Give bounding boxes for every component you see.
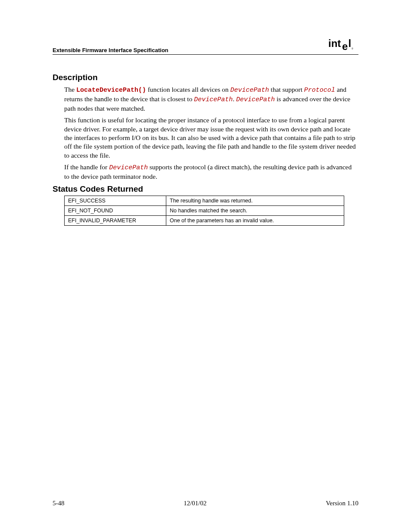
code-param: DevicePath [230, 87, 269, 94]
doc-title: Extensible Firmware Interface Specificat… [53, 47, 168, 53]
code-param: DevicePath [236, 96, 275, 103]
description-paragraph-1: The LocateDevicePath() function locates … [64, 85, 358, 113]
text-fragment: If the handle for [64, 163, 109, 171]
status-codes-table: EFI_SUCCESS The resulting handle was ret… [64, 196, 344, 226]
footer-version: Version 1.10 [326, 500, 358, 507]
table-row: EFI_NOT_FOUND No handles matched the sea… [65, 205, 344, 215]
svg-text:int: int [328, 37, 341, 49]
status-code-cell: EFI_NOT_FOUND [65, 205, 166, 215]
intel-logo-icon: int e l ® [328, 37, 358, 52]
status-desc-cell: No handles matched the search. [166, 205, 344, 215]
status-code-cell: EFI_INVALID_PARAMETER [65, 215, 166, 225]
status-desc-cell: One of the parameters has an invalid val… [166, 215, 344, 225]
status-code-cell: EFI_SUCCESS [65, 196, 166, 205]
svg-text:®: ® [352, 47, 353, 50]
intel-logo: int e l ® [328, 37, 358, 53]
text-fragment: The [64, 86, 76, 93]
page-footer: 5-48 12/01/02 Version 1.10 [53, 500, 358, 507]
svg-text:e: e [342, 40, 348, 52]
code-function: LocateDevicePath() [76, 87, 146, 94]
description-paragraph-2: This function is useful for locating the… [64, 116, 358, 160]
footer-page-number: 5-48 [53, 500, 65, 507]
description-paragraph-3: If the handle for DevicePath supports th… [64, 163, 358, 181]
page-container: Extensible Firmware Interface Specificat… [0, 0, 411, 226]
code-param: DevicePath [109, 164, 148, 171]
status-desc-cell: The resulting handle was returned. [166, 196, 344, 205]
code-param: DevicePath [194, 96, 233, 103]
description-heading: Description [53, 73, 358, 82]
text-fragment: function locates all devices on [146, 86, 230, 93]
status-codes-heading: Status Codes Returned [53, 184, 358, 194]
table-row: EFI_INVALID_PARAMETER One of the paramet… [65, 215, 344, 225]
code-param: Protocol [304, 87, 335, 94]
table-row: EFI_SUCCESS The resulting handle was ret… [65, 196, 344, 205]
svg-text:l: l [349, 37, 352, 49]
text-fragment: that support [269, 86, 304, 93]
text-fragment: . [233, 95, 236, 103]
footer-date: 12/01/02 [184, 500, 206, 507]
page-header: Extensible Firmware Interface Specificat… [53, 37, 358, 55]
